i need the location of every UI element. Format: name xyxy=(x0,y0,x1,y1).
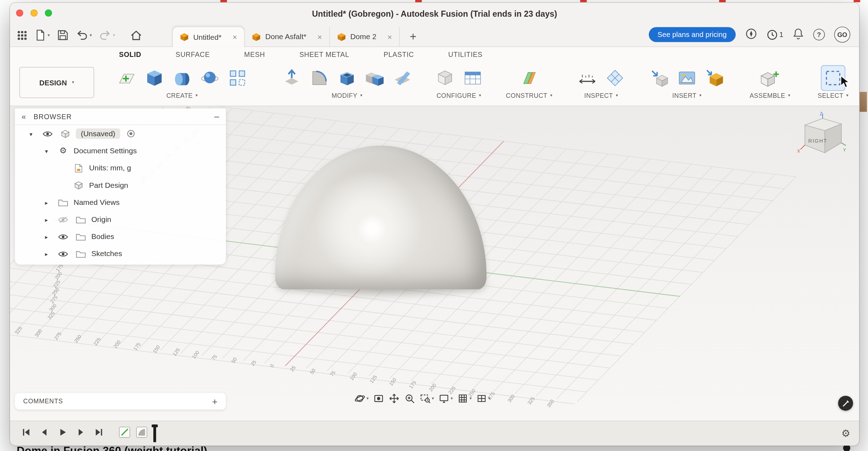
browser-item-named-views[interactable]: ▸ Named Views xyxy=(15,194,226,211)
tab-surface[interactable]: SURFACE xyxy=(176,51,210,58)
fullscreen-window-button[interactable] xyxy=(45,9,52,16)
browser-item-label[interactable]: Part Design xyxy=(89,181,128,189)
tab-utilities[interactable]: UTILITIES xyxy=(448,51,482,58)
document-tab-dome-2[interactable]: Dome 2 × xyxy=(330,27,400,46)
new-component-icon[interactable] xyxy=(758,65,782,90)
grid-settings-button[interactable]: ▾ xyxy=(457,393,471,404)
tab-sheet-metal[interactable]: SHEET METAL xyxy=(299,51,349,58)
viewport[interactable]: 3252502252001751501251001752002252502753… xyxy=(10,106,859,421)
new-document-button[interactable]: ▾ xyxy=(35,29,50,41)
browser-item-label[interactable]: Bodies xyxy=(91,233,114,241)
add-comment-button[interactable]: + xyxy=(212,397,217,406)
timeline-sketch-feature[interactable] xyxy=(118,426,131,440)
redo-button[interactable]: ▾ xyxy=(99,30,115,41)
step-back-button[interactable] xyxy=(39,427,49,439)
tab-plastic[interactable]: PLASTIC xyxy=(383,51,414,58)
document-tab-done-asfalt[interactable]: Done Asfalt* × xyxy=(245,27,330,46)
viewports-button[interactable]: ▾ xyxy=(476,393,490,404)
configuration-icon[interactable] xyxy=(433,65,456,90)
minimize-panel-icon[interactable]: – xyxy=(214,112,219,122)
job-status-button[interactable]: 1 xyxy=(767,29,783,40)
view-cube[interactable]: RIGHT X Y Z xyxy=(796,111,847,158)
pan-button[interactable] xyxy=(388,393,399,404)
insert-decal-icon[interactable] xyxy=(703,65,726,90)
expand-arrow-icon[interactable]: ▾ xyxy=(25,130,37,137)
collapsed-arrow-icon[interactable]: ▸ xyxy=(41,233,53,240)
close-tab-icon[interactable]: × xyxy=(387,32,392,41)
notifications-bell-icon[interactable] xyxy=(793,28,804,42)
ribbon-group-label[interactable]: ASSEMBLE xyxy=(750,92,785,99)
create-sketch-icon[interactable] xyxy=(115,65,138,90)
cylinder-primitive-icon[interactable] xyxy=(170,65,194,90)
help-button[interactable]: ? xyxy=(813,29,825,41)
activate-component-radio[interactable] xyxy=(123,129,138,138)
orbit-button[interactable]: ▾ xyxy=(354,393,369,404)
browser-item-label[interactable]: Sketches xyxy=(91,250,122,258)
ribbon-group-label[interactable]: CONFIGURE xyxy=(436,92,476,99)
play-button[interactable] xyxy=(58,427,68,439)
ribbon-group-label[interactable]: INSERT xyxy=(672,92,697,99)
box-primitive-icon[interactable] xyxy=(143,65,166,90)
measure-icon[interactable] xyxy=(576,65,599,90)
tab-mesh[interactable]: MESH xyxy=(244,51,265,58)
look-at-button[interactable] xyxy=(373,393,384,404)
home-view-button[interactable] xyxy=(130,30,142,41)
step-forward-button[interactable] xyxy=(76,427,86,439)
document-tab-untitled[interactable]: Untitled* × xyxy=(172,27,245,47)
insert-derive-icon[interactable] xyxy=(648,65,671,90)
ribbon-group-label[interactable]: CONSTRUCT xyxy=(506,92,547,99)
construction-plane-icon[interactable] xyxy=(518,65,541,90)
tab-solid[interactable]: SOLID xyxy=(119,51,142,58)
collapse-panel-icon[interactable]: « xyxy=(22,112,26,121)
timeline-position-marker[interactable] xyxy=(153,425,156,442)
feedback-badge[interactable] xyxy=(838,396,853,411)
comments-panel[interactable]: COMMENTS + xyxy=(15,393,226,410)
minimize-window-button[interactable] xyxy=(31,9,38,16)
browser-item-label[interactable]: Named Views xyxy=(74,198,120,206)
extensions-icon[interactable] xyxy=(745,27,757,42)
browser-item-units[interactable]: Units: mm, g xyxy=(15,159,226,176)
timeline-revolve-feature[interactable] xyxy=(136,426,148,440)
ribbon-group-label[interactable]: MODIFY xyxy=(332,92,357,99)
insert-canvas-icon[interactable] xyxy=(675,65,698,90)
visibility-off-eye-icon[interactable] xyxy=(56,216,70,223)
browser-item-document-settings[interactable]: ▾ ⚙ Document Settings xyxy=(15,142,226,159)
ribbon-group-label[interactable]: SELECT xyxy=(817,92,843,99)
close-window-button[interactable] xyxy=(16,9,23,16)
browser-item-label[interactable]: Origin xyxy=(91,215,111,223)
collapsed-arrow-icon[interactable]: ▸ xyxy=(41,216,53,223)
zoom-window-button[interactable]: ▾ xyxy=(420,393,434,404)
visibility-eye-icon[interactable] xyxy=(56,250,70,257)
fillet-icon[interactable] xyxy=(308,65,331,90)
split-body-icon[interactable] xyxy=(391,65,414,90)
go-to-start-button[interactable] xyxy=(21,427,31,439)
sphere-primitive-icon[interactable] xyxy=(198,65,221,90)
new-tab-button[interactable]: + xyxy=(410,31,417,42)
save-button[interactable] xyxy=(57,29,69,41)
browser-item-sketches[interactable]: ▸ Sketches xyxy=(15,245,226,262)
expand-arrow-icon[interactable]: ▾ xyxy=(41,148,53,154)
browser-item-document-root[interactable]: ▾ (Unsaved) xyxy=(15,125,226,142)
ribbon-group-label[interactable]: INSPECT xyxy=(584,92,613,99)
timeline-settings-gear-icon[interactable]: ⚙ xyxy=(841,428,850,438)
press-pull-icon[interactable] xyxy=(280,65,303,90)
go-to-end-button[interactable] xyxy=(94,427,104,439)
collapsed-arrow-icon[interactable]: ▸ xyxy=(41,250,53,257)
collapsed-arrow-icon[interactable]: ▸ xyxy=(41,199,53,206)
apps-grid-icon[interactable] xyxy=(17,30,28,41)
undo-button[interactable]: ▾ xyxy=(76,30,92,41)
browser-item-bodies[interactable]: ▸ Bodies xyxy=(15,228,226,245)
shell-icon[interactable] xyxy=(335,65,359,90)
see-plans-button[interactable]: See plans and pricing xyxy=(649,27,735,42)
browser-item-label[interactable]: (Unsaved) xyxy=(76,128,120,139)
visibility-eye-icon[interactable] xyxy=(56,233,70,240)
pattern-icon[interactable] xyxy=(226,65,249,90)
configuration-table-icon[interactable] xyxy=(461,65,484,90)
display-settings-button[interactable]: ▾ xyxy=(438,393,452,404)
account-avatar[interactable]: GO xyxy=(834,27,850,43)
combine-icon[interactable] xyxy=(363,65,386,90)
visibility-eye-icon[interactable] xyxy=(41,130,55,137)
browser-item-origin[interactable]: ▸ Origin xyxy=(15,211,226,228)
browser-item-label[interactable]: Document Settings xyxy=(74,147,137,155)
close-tab-icon[interactable]: × xyxy=(318,32,322,41)
